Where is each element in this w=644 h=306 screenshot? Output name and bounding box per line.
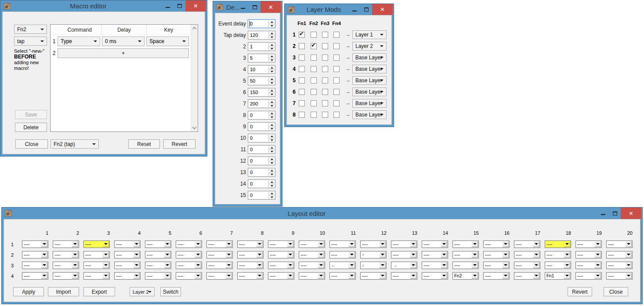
minimize-button[interactable] (162, 0, 174, 11)
fn-checkbox[interactable] (299, 55, 305, 61)
key-select[interactable]: ---- (22, 262, 48, 269)
delay-value-input[interactable]: 150 (248, 88, 275, 97)
maximize-button[interactable] (174, 0, 185, 11)
delay-value-input[interactable]: 0 (248, 179, 275, 188)
fn-checkbox[interactable] (333, 112, 340, 118)
fn-checkbox[interactable] (311, 112, 317, 118)
key-select[interactable]: ---- (575, 262, 602, 269)
spinner[interactable] (268, 112, 275, 119)
key-select[interactable]: ---- (53, 262, 79, 269)
key-select[interactable]: ---- (22, 240, 48, 248)
spin-up-button[interactable] (269, 43, 275, 47)
spin-up-button[interactable] (269, 146, 275, 149)
delay-select[interactable]: 0 ms (102, 36, 145, 46)
layer-target-select[interactable]: Base Layer (352, 76, 387, 85)
key-select[interactable]: ---- (299, 272, 325, 280)
key-select[interactable]: ---- (391, 240, 417, 248)
close-button[interactable]: ✕ (185, 0, 206, 11)
spin-down-button[interactable] (269, 69, 275, 73)
delay-value-input[interactable]: 50 (248, 76, 275, 85)
layer-target-select[interactable]: Base Layer (352, 53, 387, 62)
layer-target-select[interactable]: Base Layer (352, 87, 387, 96)
revert-button[interactable]: Revert (163, 139, 195, 149)
fn-checkbox[interactable]: ✔ (299, 32, 305, 38)
delay-value-input[interactable]: 0 (248, 191, 275, 200)
macro-editor-titlebar[interactable]: FC Macro editor ✕ (0, 0, 207, 11)
key-select[interactable]: ---- (176, 240, 202, 248)
maximize-button[interactable] (249, 1, 260, 13)
key-select[interactable]: ---- (329, 240, 356, 248)
key-select[interactable]: ---- (422, 240, 448, 248)
spin-down-button[interactable] (269, 149, 275, 153)
minimize-button[interactable] (597, 208, 609, 219)
key-select[interactable]: ---- (53, 240, 79, 248)
scroll-down-icon[interactable] (192, 125, 197, 130)
fn-checkbox[interactable] (333, 100, 340, 106)
key-select[interactable]: ---- (206, 272, 233, 280)
key-select[interactable]: ---- (483, 262, 510, 269)
apply-button[interactable]: Apply (13, 287, 44, 296)
fn-checkbox[interactable] (322, 55, 328, 61)
delay-value-input[interactable]: 0 (248, 168, 275, 177)
delay-value-input[interactable]: 1 (248, 42, 275, 51)
key-select[interactable]: ---- (145, 240, 171, 248)
spin-down-button[interactable] (269, 138, 275, 142)
spinner[interactable] (268, 89, 275, 96)
spin-up-button[interactable] (269, 135, 275, 138)
key-select[interactable]: ---- (114, 251, 141, 259)
key-select[interactable]: ---- (206, 262, 233, 269)
key-select[interactable]: ---- (545, 262, 571, 269)
close-button[interactable]: ✕ (372, 4, 393, 15)
spin-down-button[interactable] (269, 92, 275, 96)
spin-down-button[interactable] (269, 161, 275, 164)
fn-checkbox[interactable] (311, 55, 317, 61)
key-select[interactable]: ---- (545, 240, 571, 248)
delay-value-input[interactable]: 120 (248, 31, 275, 40)
layer-target-select[interactable]: Layer 1 (352, 30, 387, 39)
minimize-button[interactable] (348, 4, 360, 15)
key-select[interactable]: ← (329, 262, 356, 269)
spinner[interactable] (268, 157, 275, 164)
key-select[interactable]: ---- (514, 240, 540, 248)
key-select[interactable]: ---- (83, 240, 110, 248)
spin-down-button[interactable] (269, 127, 275, 130)
fn-checkbox[interactable] (299, 100, 305, 106)
save-button[interactable]: Save (15, 110, 47, 119)
spin-up-button[interactable] (269, 169, 275, 172)
macro-close-button[interactable]: Close (15, 139, 48, 149)
key-select[interactable]: ---- (452, 262, 479, 269)
spinner[interactable] (268, 100, 275, 107)
key-select[interactable]: ---- (299, 240, 325, 248)
spin-up-button[interactable] (269, 180, 275, 184)
fn-checkbox[interactable] (311, 66, 317, 72)
key-select[interactable]: ---- (483, 251, 510, 259)
key-select[interactable]: ---- (329, 272, 356, 280)
spinner[interactable] (268, 43, 275, 50)
fn-checkbox[interactable] (333, 32, 340, 38)
spinner[interactable] (268, 169, 275, 176)
fn-checkbox[interactable] (299, 77, 305, 84)
key-select[interactable]: ---- (268, 262, 294, 269)
spin-down-button[interactable] (269, 81, 275, 84)
macro-fn-select[interactable]: Fn2 (14, 25, 47, 34)
delays-titlebar[interactable]: FC De... ✕ (213, 1, 282, 13)
key-select[interactable]: ---- (114, 240, 141, 248)
key-select[interactable]: ---- (606, 262, 633, 269)
key-select[interactable]: ---- (483, 272, 510, 280)
minimize-button[interactable] (237, 1, 249, 13)
key-select[interactable]: ---- (360, 272, 387, 280)
fn-checkbox[interactable] (333, 66, 340, 72)
layout-close-button[interactable]: Close (604, 287, 628, 296)
key-select[interactable]: ---- (452, 240, 479, 248)
key-select[interactable]: ---- (514, 251, 540, 259)
spinner[interactable] (268, 32, 275, 39)
key-select[interactable]: ---- (422, 262, 448, 269)
spin-up-button[interactable] (269, 55, 275, 58)
key-select[interactable]: ---- (452, 251, 479, 259)
layer-target-select[interactable]: Layer 2 (352, 42, 387, 51)
spinner[interactable] (268, 123, 275, 130)
fn-checkbox[interactable] (322, 43, 328, 49)
key-select[interactable]: Space (146, 36, 189, 46)
key-select[interactable]: ---- (268, 251, 294, 259)
delay-value-input[interactable]: 5 (248, 54, 275, 62)
